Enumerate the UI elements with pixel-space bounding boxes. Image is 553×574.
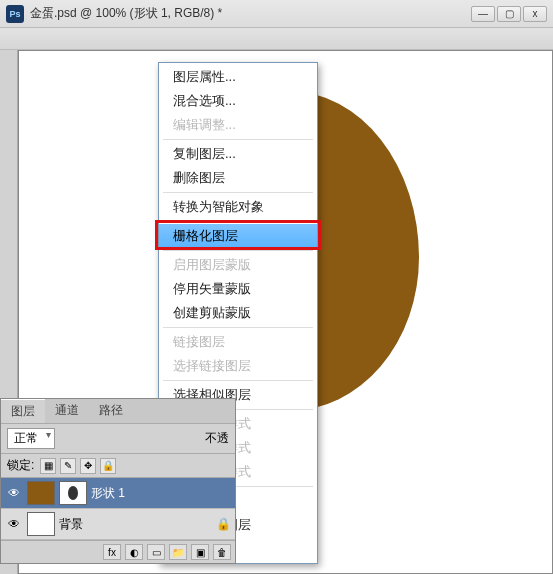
layer-row[interactable]: 👁 背景 🔒 <box>1 509 235 540</box>
menu-separator <box>163 221 313 222</box>
menu-separator <box>163 192 313 193</box>
menu-item[interactable]: 转换为智能对象 <box>159 195 317 219</box>
blend-mode-select[interactable]: 正常 <box>7 428 55 449</box>
layer-row[interactable]: 👁 形状 1 <box>1 478 235 509</box>
maximize-button[interactable]: ▢ <box>497 6 521 22</box>
close-button[interactable]: x <box>523 6 547 22</box>
blend-row: 正常 不透 <box>1 424 235 454</box>
layer-mask-thumbnail[interactable] <box>59 481 87 505</box>
menu-item[interactable]: 停用矢量蒙版 <box>159 277 317 301</box>
menu-item[interactable]: 删除图层 <box>159 166 317 190</box>
lock-row: 锁定: ▦ ✎ ✥ 🔒 <box>1 454 235 478</box>
panel-tabs: 图层 通道 路径 <box>1 399 235 424</box>
trash-icon[interactable]: 🗑 <box>213 544 231 560</box>
window-controls: — ▢ x <box>471 6 547 22</box>
title-bar: Ps 金蛋.psd @ 100% (形状 1, RGB/8) * — ▢ x <box>0 0 553 28</box>
menu-item[interactable]: 复制图层... <box>159 142 317 166</box>
lock-all-icon[interactable]: 🔒 <box>100 458 116 474</box>
menu-item[interactable]: 图层属性... <box>159 65 317 89</box>
opacity-label: 不透 <box>205 430 229 447</box>
layer-name[interactable]: 形状 1 <box>91 485 125 502</box>
group-icon[interactable]: 📁 <box>169 544 187 560</box>
menu-item[interactable]: 混合选项... <box>159 89 317 113</box>
lock-label: 锁定: <box>7 457 34 474</box>
layer-name[interactable]: 背景 <box>59 516 83 533</box>
layer-thumbnail[interactable] <box>27 512 55 536</box>
new-layer-icon[interactable]: ▣ <box>191 544 209 560</box>
menu-bar[interactable] <box>0 28 553 50</box>
menu-item: 链接图层 <box>159 330 317 354</box>
mask-icon[interactable]: ◐ <box>125 544 143 560</box>
menu-separator <box>163 327 313 328</box>
menu-item: 编辑调整... <box>159 113 317 137</box>
tab-layers[interactable]: 图层 <box>1 399 45 423</box>
document-title: 金蛋.psd @ 100% (形状 1, RGB/8) * <box>30 5 471 22</box>
menu-item[interactable]: 栅格化图层 <box>159 224 317 248</box>
menu-separator <box>163 250 313 251</box>
menu-item: 选择链接图层 <box>159 354 317 378</box>
fx-icon[interactable]: fx <box>103 544 121 560</box>
lock-pixels-icon[interactable]: ✎ <box>60 458 76 474</box>
menu-separator <box>163 139 313 140</box>
lock-transparency-icon[interactable]: ▦ <box>40 458 56 474</box>
layer-list: 👁 形状 1 👁 背景 🔒 <box>1 478 235 540</box>
visibility-icon[interactable]: 👁 <box>5 514 23 534</box>
adjustment-icon[interactable]: ▭ <box>147 544 165 560</box>
menu-item[interactable]: 创建剪贴蒙版 <box>159 301 317 325</box>
lock-icon: 🔒 <box>216 517 231 531</box>
visibility-icon[interactable]: 👁 <box>5 483 23 503</box>
layer-thumbnail[interactable] <box>27 481 55 505</box>
menu-item: 启用图层蒙版 <box>159 253 317 277</box>
panel-footer: fx ◐ ▭ 📁 ▣ 🗑 <box>1 540 235 563</box>
tab-paths[interactable]: 路径 <box>89 399 133 423</box>
layers-panel: 图层 通道 路径 正常 不透 锁定: ▦ ✎ ✥ 🔒 👁 形状 1 👁 背景 🔒 <box>0 398 236 564</box>
minimize-button[interactable]: — <box>471 6 495 22</box>
menu-separator <box>163 380 313 381</box>
app-icon: Ps <box>6 5 24 23</box>
tab-channels[interactable]: 通道 <box>45 399 89 423</box>
lock-position-icon[interactable]: ✥ <box>80 458 96 474</box>
lock-icons: ▦ ✎ ✥ 🔒 <box>40 458 116 474</box>
